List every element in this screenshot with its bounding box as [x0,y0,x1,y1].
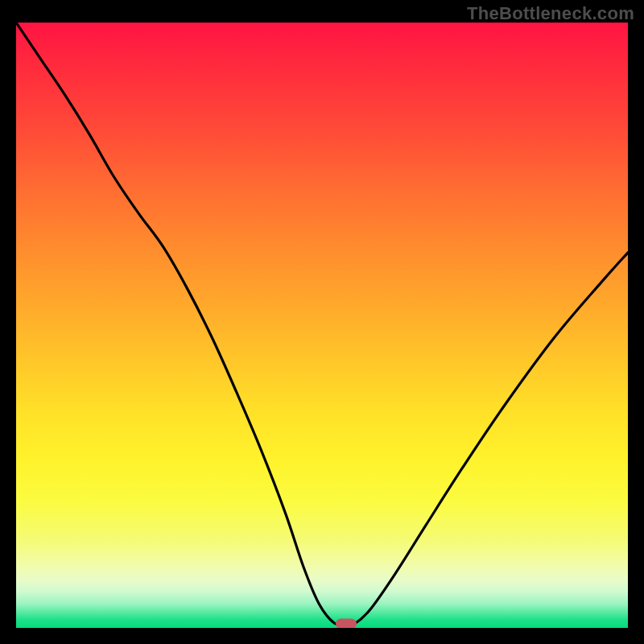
bottleneck-curve [16,23,628,628]
optimum-marker [336,618,357,628]
plot-area [16,23,628,628]
watermark-text: TheBottleneck.com [467,3,634,24]
curve-path [16,23,628,625]
chart-frame: TheBottleneck.com [0,0,644,644]
